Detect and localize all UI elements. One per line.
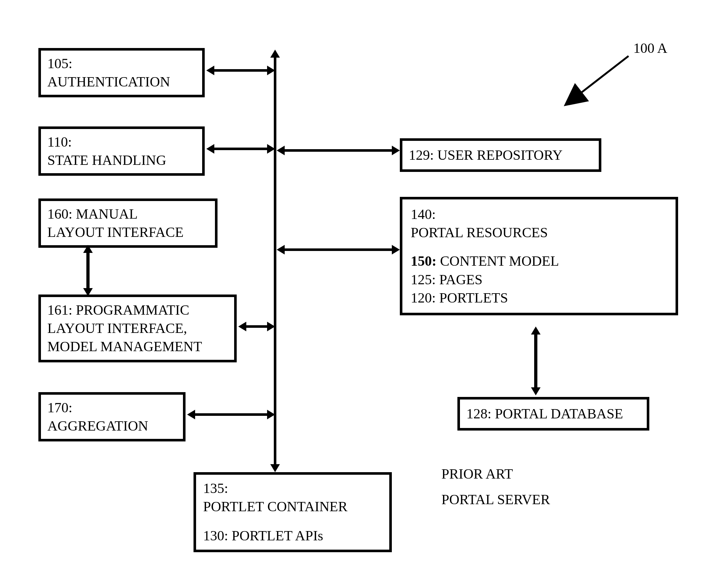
box-aggregation: 170: AGGREGATION — [38, 392, 186, 442]
box-135-text1: PORTLET CONTAINER — [203, 497, 382, 516]
portal-server-label: PORTAL SERVER — [441, 490, 550, 510]
box-161-text1: LAYOUT INTERFACE, — [47, 319, 228, 338]
box-portal-resources: 140: PORTAL RESOURCES 150: CONTENT MODEL… — [400, 197, 678, 315]
box-portlet-container: 135: PORTLET CONTAINER 130: PORTLET APIs — [194, 472, 392, 552]
connector-110 — [205, 142, 277, 155]
figure-id-label: 100 A — [633, 38, 667, 58]
box-portal-database: 128: PORTAL DATABASE — [457, 397, 649, 431]
box-161-num: 161: PROGRAMMATIC — [47, 301, 228, 319]
box-128-text: 128: PORTAL DATABASE — [466, 405, 640, 423]
box-authentication: 105: AUTHENTICATION — [38, 48, 205, 97]
box-160-text: LAYOUT INTERFACE — [47, 223, 209, 241]
box-140-line1: 150: CONTENT MODEL — [411, 252, 667, 270]
box-manual-layout: 160: MANUAL LAYOUT INTERFACE — [38, 198, 218, 248]
svg-line-0 — [579, 56, 629, 94]
box-140-num: 140: — [411, 205, 667, 223]
box-170-num: 170: — [47, 399, 177, 417]
box-140-line2: 125: PAGES — [411, 270, 667, 289]
prior-art-label: PRIOR ART — [441, 464, 513, 484]
connector-129 — [275, 144, 403, 157]
box-state-handling: 110: STATE HANDLING — [38, 126, 205, 176]
box-170-text: AGGREGATION — [47, 417, 177, 435]
box-140-title: PORTAL RESOURCES — [411, 223, 667, 242]
connector-140-128 — [529, 325, 542, 397]
box-135-num: 135: — [203, 479, 382, 497]
box-programmatic-layout: 161: PROGRAMMATIC LAYOUT INTERFACE, MODE… — [38, 295, 237, 362]
connector-105 — [205, 64, 277, 77]
box-110-text: STATE HANDLING — [47, 151, 196, 169]
connector-161 — [237, 320, 277, 333]
box-110-num: 110: — [47, 133, 196, 151]
connector-140 — [275, 243, 403, 256]
box-135-text2: 130: PORTLET APIs — [203, 527, 382, 545]
box-160-num: 160: MANUAL — [47, 205, 209, 223]
box-129-text: 129: USER REPOSITORY — [409, 146, 592, 164]
connector-170 — [186, 408, 277, 421]
box-user-repository: 129: USER REPOSITORY — [400, 138, 601, 172]
connector-160-161 — [82, 243, 94, 298]
box-161-text2: MODEL MANAGEMENT — [47, 338, 228, 356]
figure-pointer-arrow — [573, 56, 637, 104]
box-105-text: AUTHENTICATION — [47, 73, 196, 91]
box-105-num: 105: — [47, 54, 196, 73]
box-140-line3: 120: PORTLETS — [411, 289, 667, 307]
